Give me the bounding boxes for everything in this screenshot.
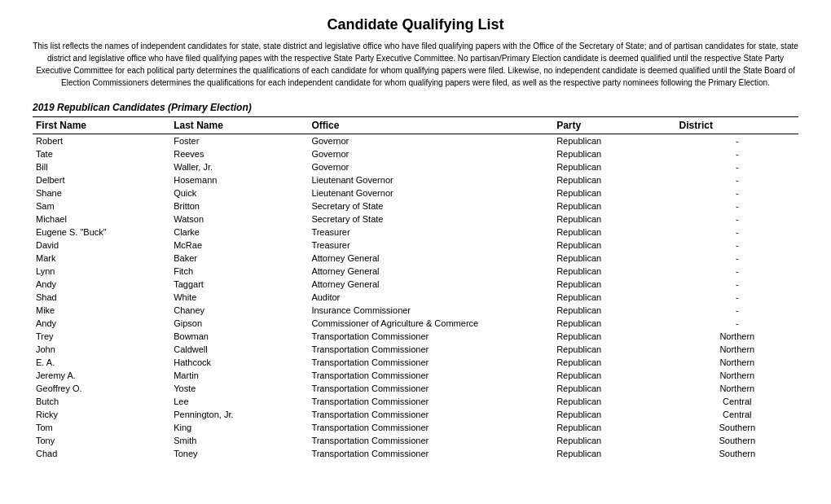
cell-district: Southern <box>676 421 798 434</box>
cell-office: Commissioner of Agriculture & Commerce <box>308 317 553 330</box>
cell-last-name: Foster <box>170 134 308 148</box>
cell-first-name: Tate <box>33 147 170 160</box>
cell-first-name: Mark <box>33 252 170 265</box>
cell-first-name: Lynn <box>33 265 170 278</box>
cell-last-name: King <box>170 421 308 434</box>
cell-office: Transportation Commissioner <box>308 421 553 434</box>
col-header-district: District <box>676 117 798 134</box>
table-row: MichaelWatsonSecretary of StateRepublica… <box>33 213 798 226</box>
cell-office: Attorney General <box>308 252 553 265</box>
cell-party: Republican <box>553 343 675 356</box>
cell-office: Secretary of State <box>308 199 553 213</box>
cell-office: Attorney General <box>308 278 553 291</box>
table-row: ButchLeeTransportation CommissionerRepub… <box>33 395 798 408</box>
cell-office: Lieutenant Governor <box>308 186 553 199</box>
cell-district: Southern <box>676 434 798 447</box>
cell-district: - <box>676 173 798 186</box>
cell-office: Transportation Commissioner <box>308 447 553 460</box>
cell-office: Secretary of State <box>308 213 553 226</box>
cell-first-name: E. A. <box>33 356 170 369</box>
cell-district: - <box>676 199 798 213</box>
cell-district: Northern <box>676 343 798 356</box>
cell-party: Republican <box>553 199 675 213</box>
cell-district: - <box>676 304 798 317</box>
cell-office: Transportation Commissioner <box>308 408 553 421</box>
table-row: TomKingTransportation CommissionerRepubl… <box>33 421 798 434</box>
cell-last-name: Britton <box>170 199 308 213</box>
table-row: Jeremy A.MartinTransportation Commission… <box>33 369 798 382</box>
cell-district: - <box>676 226 798 239</box>
cell-office: Transportation Commissioner <box>308 395 553 408</box>
table-row: DavidMcRaeTreasurerRepublican- <box>33 239 798 252</box>
cell-office: Attorney General <box>308 265 553 278</box>
cell-office: Insurance Commissioner <box>308 304 553 317</box>
candidates-table: First Name Last Name Office Party Distri… <box>33 116 798 460</box>
cell-first-name: Tony <box>33 434 170 447</box>
cell-district: - <box>676 160 798 173</box>
cell-last-name: Taggart <box>170 278 308 291</box>
cell-office: Transportation Commissioner <box>308 343 553 356</box>
cell-first-name: Michael <box>33 213 170 226</box>
cell-first-name: Andy <box>33 317 170 330</box>
table-row: AndyTaggartAttorney GeneralRepublican- <box>33 278 798 291</box>
table-row: LynnFitchAttorney GeneralRepublican- <box>33 265 798 278</box>
col-header-party: Party <box>553 117 675 134</box>
cell-party: Republican <box>553 369 675 382</box>
cell-first-name: Trey <box>33 330 170 343</box>
cell-last-name: Caldwell <box>170 343 308 356</box>
table-row: BillWaller, Jr.GovernorRepublican- <box>33 160 798 173</box>
cell-first-name: Shad <box>33 291 170 304</box>
cell-last-name: Watson <box>170 213 308 226</box>
cell-first-name: Robert <box>33 134 170 148</box>
cell-party: Republican <box>553 278 675 291</box>
cell-district: - <box>676 252 798 265</box>
cell-last-name: Yoste <box>170 382 308 395</box>
cell-last-name: Gipson <box>170 317 308 330</box>
cell-party: Republican <box>553 304 675 317</box>
page-title: Candidate Qualifying List <box>33 16 798 33</box>
cell-first-name: Butch <box>33 395 170 408</box>
cell-district: Central <box>676 395 798 408</box>
cell-party: Republican <box>553 265 675 278</box>
table-row: E. A.HathcockTransportation Commissioner… <box>33 356 798 369</box>
table-row: MarkBakerAttorney GeneralRepublican- <box>33 252 798 265</box>
table-row: ShadWhiteAuditorRepublican- <box>33 291 798 304</box>
cell-district: - <box>676 213 798 226</box>
table-row: Geoffrey O.YosteTransportation Commissio… <box>33 382 798 395</box>
cell-party: Republican <box>553 447 675 460</box>
cell-party: Republican <box>553 160 675 173</box>
cell-first-name: Mike <box>33 304 170 317</box>
cell-party: Republican <box>553 173 675 186</box>
cell-office: Transportation Commissioner <box>308 330 553 343</box>
cell-last-name: Hathcock <box>170 356 308 369</box>
cell-office: Governor <box>308 134 553 148</box>
table-row: MikeChaneyInsurance CommissionerRepublic… <box>33 304 798 317</box>
cell-last-name: Reeves <box>170 147 308 160</box>
table-row: RobertFosterGovernorRepublican- <box>33 134 798 148</box>
cell-party: Republican <box>553 291 675 304</box>
cell-last-name: Chaney <box>170 304 308 317</box>
table-row: TateReevesGovernorRepublican- <box>33 147 798 160</box>
cell-last-name: McRae <box>170 239 308 252</box>
cell-last-name: Clarke <box>170 226 308 239</box>
table-header-row: First Name Last Name Office Party Distri… <box>33 117 798 134</box>
cell-district: Northern <box>676 330 798 343</box>
table-row: TonySmithTransportation CommissionerRepu… <box>33 434 798 447</box>
cell-last-name: Smith <box>170 434 308 447</box>
table-row: Eugene S. "Buck"ClarkeTreasurerRepublica… <box>33 226 798 239</box>
cell-first-name: Shane <box>33 186 170 199</box>
cell-first-name: Eugene S. "Buck" <box>33 226 170 239</box>
cell-district: Northern <box>676 369 798 382</box>
table-row: TreyBowmanTransportation CommissionerRep… <box>33 330 798 343</box>
cell-first-name: Sam <box>33 199 170 213</box>
table-row: AndyGipsonCommissioner of Agriculture & … <box>33 317 798 330</box>
cell-first-name: Tom <box>33 421 170 434</box>
cell-party: Republican <box>553 186 675 199</box>
table-row: RickyPennington, Jr.Transportation Commi… <box>33 408 798 421</box>
cell-office: Governor <box>308 160 553 173</box>
cell-district: - <box>676 291 798 304</box>
table-row: JohnCaldwellTransportation CommissionerR… <box>33 343 798 356</box>
cell-last-name: White <box>170 291 308 304</box>
cell-first-name: Chad <box>33 447 170 460</box>
col-header-first-name: First Name <box>33 117 170 134</box>
